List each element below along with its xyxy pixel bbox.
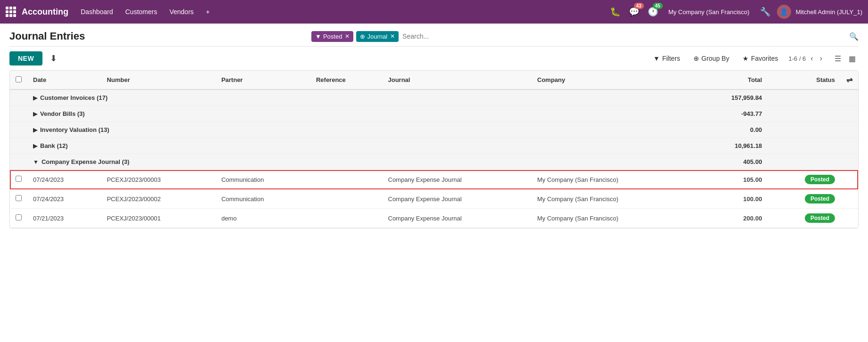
- groupby-button[interactable]: ⊕ Group By: [691, 53, 732, 64]
- nav-add[interactable]: +: [201, 5, 215, 18]
- row-checkbox-cell[interactable]: [10, 170, 27, 189]
- group-expand-cell[interactable]: [10, 138, 27, 154]
- download-button[interactable]: ⬇: [46, 51, 61, 65]
- row-partner[interactable]: Communication: [216, 189, 310, 209]
- row-journal[interactable]: Company Expense Journal: [383, 170, 532, 189]
- group-row[interactable]: ▶Customer Invoices (17) 157,959.84: [10, 90, 858, 106]
- col-number[interactable]: Number: [101, 71, 216, 90]
- table-row[interactable]: 07/24/2023 PCEXJ/2023/00002 Communicatio…: [10, 189, 858, 209]
- row-number[interactable]: PCEXJ/2023/00002: [101, 189, 216, 209]
- list-view-button[interactable]: ☰: [832, 52, 844, 65]
- activity-button[interactable]: 🕐 45: [646, 5, 660, 19]
- group-expand-cell[interactable]: [10, 90, 27, 106]
- filter-journal-label: Journal: [367, 33, 387, 40]
- group-row[interactable]: ▼Company Expense Journal (3) 405.00: [10, 154, 858, 170]
- row-company[interactable]: My Company (San Francisco): [532, 170, 694, 189]
- row-reference[interactable]: [310, 170, 383, 189]
- filter-posted[interactable]: ▼ Posted ✕: [311, 31, 353, 42]
- table-row[interactable]: 07/24/2023 PCEXJ/2023/00003 Communicatio…: [10, 170, 858, 189]
- select-all-checkbox[interactable]: [10, 71, 27, 90]
- col-settings[interactable]: ⇌: [841, 71, 858, 90]
- col-reference[interactable]: Reference: [310, 71, 383, 90]
- chevron-icon[interactable]: ▼: [33, 159, 39, 165]
- row-date[interactable]: 07/24/2023: [27, 170, 101, 189]
- grid-icon: [6, 7, 16, 17]
- row-journal[interactable]: Company Expense Journal: [383, 209, 532, 228]
- company-selector[interactable]: My Company (San Francisco): [665, 7, 753, 17]
- row-checkbox-cell[interactable]: [10, 209, 27, 228]
- search-button[interactable]: 🔍: [849, 32, 859, 41]
- group-total: 10,961.18: [694, 138, 768, 154]
- group-label[interactable]: ▶Customer Invoices (17): [27, 90, 694, 106]
- search-input-wrap[interactable]: [401, 31, 642, 42]
- row-checkbox[interactable]: [16, 214, 22, 220]
- group-label[interactable]: ▶Vendor Bills (3): [27, 106, 694, 122]
- row-checkbox[interactable]: [16, 195, 22, 201]
- nav-customers[interactable]: Customers: [121, 5, 162, 18]
- row-total: 100.00: [694, 189, 768, 209]
- group-label[interactable]: ▼Company Expense Journal (3): [27, 154, 694, 170]
- kanban-view-button[interactable]: ▦: [846, 52, 859, 65]
- nav-vendors[interactable]: Vendors: [165, 5, 198, 18]
- table-row[interactable]: 07/21/2023 PCEXJ/2023/00001 demo Company…: [10, 209, 858, 228]
- group-row[interactable]: ▶Bank (12) 10,961.18: [10, 138, 858, 154]
- row-number[interactable]: PCEXJ/2023/00001: [101, 209, 216, 228]
- row-date[interactable]: 07/21/2023: [27, 209, 101, 228]
- group-expand-cell[interactable]: [10, 154, 27, 170]
- row-checkbox-cell[interactable]: [10, 189, 27, 209]
- select-all-input[interactable]: [16, 76, 22, 82]
- group-label[interactable]: ▶Bank (12): [27, 138, 694, 154]
- chevron-icon[interactable]: ▶: [33, 127, 37, 133]
- row-company[interactable]: My Company (San Francisco): [532, 189, 694, 209]
- group-row[interactable]: ▶Inventory Valuation (13) 0.00: [10, 122, 858, 138]
- row-status: Posted: [768, 189, 841, 209]
- star-icon: ★: [743, 55, 749, 62]
- search-input[interactable]: [401, 31, 642, 42]
- chat-button[interactable]: 💬 43: [627, 5, 641, 19]
- group-label[interactable]: ▶Inventory Valuation (13): [27, 122, 694, 138]
- prev-page-button[interactable]: ‹: [809, 53, 815, 64]
- user-menu[interactable]: Mitchell Admin (JULY_1): [796, 8, 862, 16]
- row-partner[interactable]: demo: [216, 209, 310, 228]
- row-checkbox[interactable]: [16, 176, 22, 182]
- chevron-icon[interactable]: ▶: [33, 143, 37, 149]
- row-reference[interactable]: [310, 189, 383, 209]
- status-badge: Posted: [805, 213, 835, 223]
- col-status[interactable]: Status: [768, 71, 841, 90]
- row-number[interactable]: PCEXJ/2023/00003: [101, 170, 216, 189]
- row-journal[interactable]: Company Expense Journal: [383, 189, 532, 209]
- group-expand-cell[interactable]: [10, 122, 27, 138]
- settings-button[interactable]: 🔧: [758, 5, 772, 19]
- next-page-button[interactable]: ›: [818, 53, 824, 64]
- filter-journal-remove[interactable]: ✕: [390, 33, 395, 40]
- bug-button[interactable]: 🐛: [608, 5, 622, 19]
- page-title: Journal Entries: [9, 30, 85, 42]
- row-partner[interactable]: Communication: [216, 170, 310, 189]
- column-settings-icon[interactable]: ⇌: [846, 76, 852, 84]
- filter-posted-remove[interactable]: ✕: [345, 33, 350, 40]
- group-expand-cell[interactable]: [10, 106, 27, 122]
- favorites-button[interactable]: ★ Favorites: [740, 53, 781, 64]
- row-company[interactable]: My Company (San Francisco): [532, 209, 694, 228]
- col-partner[interactable]: Partner: [216, 71, 310, 90]
- top-navigation: Accounting Dashboard Customers Vendors +…: [0, 0, 868, 24]
- filter-posted-label: Posted: [323, 33, 342, 40]
- filters-button[interactable]: ▼ Filters: [651, 53, 683, 64]
- row-status: Posted: [768, 209, 841, 228]
- col-date[interactable]: Date: [27, 71, 101, 90]
- chevron-icon[interactable]: ▶: [33, 95, 37, 101]
- col-journal[interactable]: Journal: [383, 71, 532, 90]
- row-date[interactable]: 07/24/2023: [27, 189, 101, 209]
- chevron-icon[interactable]: ▶: [33, 111, 37, 117]
- filter-journal[interactable]: ⊕ Journal ✕: [356, 31, 399, 42]
- avatar: 👤: [777, 5, 791, 19]
- new-button[interactable]: NEW: [9, 51, 42, 65]
- nav-dashboard[interactable]: Dashboard: [76, 5, 118, 18]
- col-total[interactable]: Total: [694, 71, 768, 90]
- group-row[interactable]: ▶Vendor Bills (3) -943.77: [10, 106, 858, 122]
- group-total: 405.00: [694, 154, 768, 170]
- app-brand[interactable]: Accounting: [6, 7, 68, 17]
- col-company[interactable]: Company: [532, 71, 694, 90]
- row-reference[interactable]: [310, 209, 383, 228]
- row-status: Posted: [768, 170, 841, 189]
